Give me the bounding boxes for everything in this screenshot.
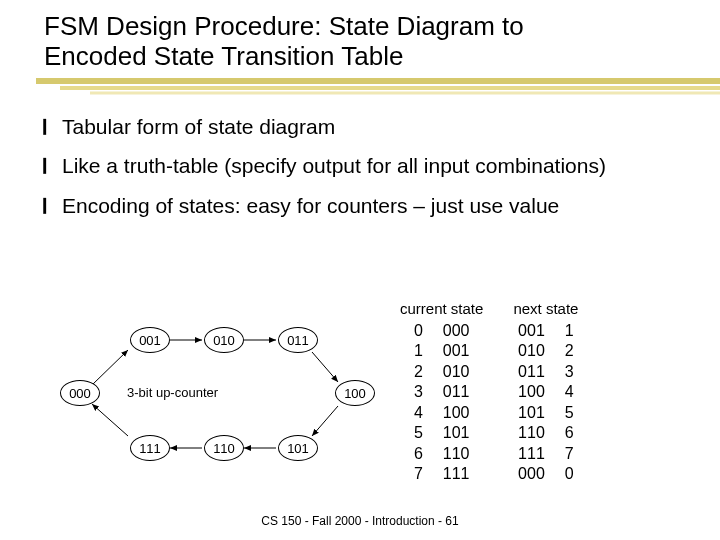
table-cell: 7 [565, 444, 574, 464]
title-line-1: FSM Design Procedure: State Diagram to [44, 11, 524, 41]
current-bin-col: 000 001 010 011 100 101 110 111 [443, 321, 470, 485]
bullet-list: Tabular form of state diagram Like a tru… [0, 114, 720, 219]
bullet-item: Like a truth-table (specify output for a… [62, 153, 700, 179]
table-cell: 6 [565, 423, 574, 443]
state-node: 110 [204, 435, 244, 461]
table-cell: 011 [518, 362, 545, 382]
table-cell: 1 [414, 341, 423, 361]
slide-footer: CS 150 - Fall 2000 - Introduction - 61 [0, 514, 720, 528]
svg-line-3 [92, 350, 128, 385]
svg-line-6 [312, 352, 338, 382]
table-cell: 0 [414, 321, 423, 341]
slide-title: FSM Design Procedure: State Diagram to E… [0, 0, 720, 78]
column-header: current state [400, 300, 483, 317]
table-cell: 3 [414, 382, 423, 402]
table-cell: 111 [518, 444, 545, 464]
state-node: 010 [204, 327, 244, 353]
column-header: next state [513, 300, 578, 317]
next-dec-col: 1 2 3 4 5 6 7 0 [565, 321, 574, 485]
state-table: current state 0 1 2 3 4 5 6 7 000 001 01… [400, 300, 578, 485]
table-cell: 001 [518, 321, 545, 341]
diagram-caption: 3-bit up-counter [127, 385, 218, 400]
table-cell: 000 [443, 321, 470, 341]
bullet-item: Encoding of states: easy for counters – … [62, 193, 700, 219]
next-bin-col: 001 010 011 100 101 110 111 000 [518, 321, 545, 485]
title-line-2: Encoded State Transition Table [44, 41, 403, 71]
table-cell: 6 [414, 444, 423, 464]
state-diagram: 000 001 010 011 100 101 110 111 3-bit up… [40, 300, 380, 500]
table-cell: 101 [518, 403, 545, 423]
state-node: 100 [335, 380, 375, 406]
title-underline [0, 78, 720, 96]
table-cell: 100 [518, 382, 545, 402]
svg-line-7 [312, 406, 338, 436]
next-state-group: next state 001 010 011 100 101 110 111 0… [513, 300, 578, 485]
current-dec-col: 0 1 2 3 4 5 6 7 [414, 321, 423, 485]
table-cell: 110 [443, 444, 470, 464]
table-cell: 4 [565, 382, 574, 402]
table-cell: 4 [414, 403, 423, 423]
table-cell: 101 [443, 423, 470, 443]
state-node: 001 [130, 327, 170, 353]
current-state-group: current state 0 1 2 3 4 5 6 7 000 001 01… [400, 300, 483, 485]
table-cell: 5 [414, 423, 423, 443]
table-cell: 100 [443, 403, 470, 423]
table-cell: 7 [414, 464, 423, 484]
svg-line-10 [92, 404, 128, 436]
table-cell: 110 [518, 423, 545, 443]
table-cell: 3 [565, 362, 574, 382]
content-row: 000 001 010 011 100 101 110 111 3-bit up… [0, 300, 720, 500]
table-cell: 2 [565, 341, 574, 361]
state-node: 000 [60, 380, 100, 406]
state-node: 011 [278, 327, 318, 353]
bullet-item: Tabular form of state diagram [62, 114, 700, 140]
table-cell: 0 [565, 464, 574, 484]
table-cell: 111 [443, 464, 470, 484]
table-cell: 1 [565, 321, 574, 341]
table-cell: 010 [443, 362, 470, 382]
table-cell: 000 [518, 464, 545, 484]
table-cell: 010 [518, 341, 545, 361]
state-node: 101 [278, 435, 318, 461]
table-cell: 001 [443, 341, 470, 361]
table-cell: 011 [443, 382, 470, 402]
state-node: 111 [130, 435, 170, 461]
table-cell: 2 [414, 362, 423, 382]
table-cell: 5 [565, 403, 574, 423]
